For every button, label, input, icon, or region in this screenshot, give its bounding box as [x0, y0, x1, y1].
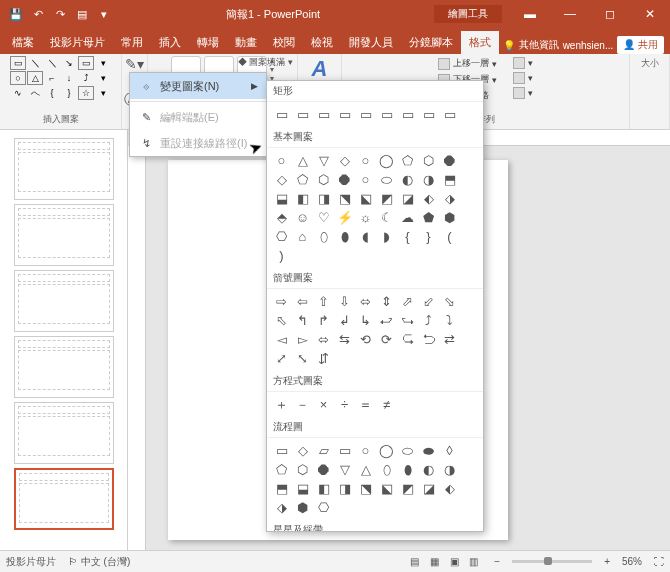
shape-option[interactable]: ◇ [334, 151, 355, 170]
share-button[interactable]: 👤 共用 [617, 36, 664, 54]
shape-option[interactable]: ○ [271, 151, 292, 170]
start-icon[interactable]: ▤ [72, 4, 92, 24]
shape-option[interactable]: ⤵ [439, 311, 460, 330]
shape-option[interactable]: ⬠ [397, 151, 418, 170]
shape-option[interactable]: ⌂ [292, 227, 313, 246]
shape-option[interactable]: ⬕ [376, 479, 397, 498]
tab-4[interactable]: 轉場 [189, 31, 227, 54]
notes-icon[interactable]: ▤ [406, 556, 423, 567]
shape-option[interactable]: ○ [355, 441, 376, 460]
shape-option[interactable]: ⬯ [313, 227, 334, 246]
shape-option[interactable]: ＝ [355, 395, 376, 414]
shape-option[interactable]: ◅ [271, 330, 292, 349]
shape-option[interactable]: ◊ [439, 441, 460, 460]
shape-option[interactable]: ⎔ [271, 227, 292, 246]
shape-option[interactable]: ⬘ [271, 208, 292, 227]
shape-option[interactable]: ♡ [313, 208, 334, 227]
shape-option[interactable]: ⬗ [439, 189, 460, 208]
shape-option[interactable]: ▭ [418, 105, 439, 124]
slide-thumb-1[interactable] [14, 138, 114, 200]
shape-fill-label[interactable]: 圖案填滿 [249, 57, 285, 67]
shape-option[interactable]: ▭ [439, 105, 460, 124]
shape-option[interactable]: ▭ [355, 105, 376, 124]
shape-option[interactable]: ○ [355, 170, 376, 189]
bring-forward[interactable]: 上移一層 ▾ [435, 56, 500, 71]
slide-thumb-4[interactable] [14, 336, 114, 398]
shape-option[interactable]: ⬓ [271, 189, 292, 208]
shape-option[interactable]: ☁ [397, 208, 418, 227]
status-lang[interactable]: 🏳 中文 (台灣) [68, 555, 130, 569]
shape-option[interactable]: ◇ [271, 170, 292, 189]
shape-option[interactable]: ◪ [397, 189, 418, 208]
shape-option[interactable]: ⇕ [376, 292, 397, 311]
shape-option[interactable]: ⬭ [376, 170, 397, 189]
tab-8[interactable]: 開發人員 [341, 31, 401, 54]
shape-option[interactable]: ⬮ [334, 227, 355, 246]
shape-option[interactable]: ≠ [376, 395, 397, 414]
shape-option[interactable]: ÷ [334, 395, 355, 414]
shape-option[interactable]: ⇆ [334, 330, 355, 349]
shape-option[interactable]: ＋ [271, 395, 292, 414]
shape-option[interactable]: ⬗ [271, 498, 292, 517]
shape-option[interactable]: ⬢ [292, 498, 313, 517]
shape-option[interactable]: ▭ [397, 105, 418, 124]
tab-2[interactable]: 常用 [113, 31, 151, 54]
shape-option[interactable]: ⚡ [334, 208, 355, 227]
shape-option[interactable]: ◐ [418, 460, 439, 479]
shape-option[interactable]: ⬁ [271, 311, 292, 330]
shape-option[interactable]: ▭ [376, 105, 397, 124]
shape-option[interactable]: ◩ [376, 189, 397, 208]
ribbon-options-icon[interactable]: ▬ [510, 0, 550, 28]
shape-option[interactable]: ⮌ [418, 330, 439, 349]
shape-option[interactable]: ☼ [355, 208, 376, 227]
shape-option[interactable]: ( [439, 227, 460, 246]
shape-option[interactable]: ⇩ [334, 292, 355, 311]
shape-option[interactable]: ⬯ [376, 460, 397, 479]
reading-view-icon[interactable]: ▥ [465, 556, 482, 567]
shape-option[interactable]: ◖ [355, 227, 376, 246]
undo-icon[interactable]: ↶ [28, 4, 48, 24]
shape-option[interactable]: ◧ [313, 479, 334, 498]
tab-0[interactable]: 檔案 [4, 31, 42, 54]
shape-option[interactable]: ⎔ [313, 498, 334, 517]
shape-option[interactable]: ◨ [313, 189, 334, 208]
qat-more-icon[interactable]: ▾ [94, 4, 114, 24]
tab-9[interactable]: 分鏡腳本 [401, 31, 461, 54]
contextual-tab[interactable]: 繪圖工具 [434, 5, 502, 23]
shape-option[interactable]: ◪ [418, 479, 439, 498]
shape-option[interactable]: ⇧ [313, 292, 334, 311]
shape-option[interactable]: ⬭ [397, 441, 418, 460]
shape-option[interactable]: ○ [355, 151, 376, 170]
save-icon[interactable]: 💾 [6, 4, 26, 24]
tab-3[interactable]: 插入 [151, 31, 189, 54]
shape-option[interactable]: ⬄ [313, 330, 334, 349]
shape-option[interactable]: － [292, 395, 313, 414]
shape-option[interactable]: ⬢ [439, 208, 460, 227]
shape-option[interactable]: ◗ [376, 227, 397, 246]
shape-option[interactable]: ⬒ [439, 170, 460, 189]
shape-option[interactable]: ⮐ [376, 311, 397, 330]
shape-option[interactable]: ▭ [292, 105, 313, 124]
shape-option[interactable]: ⬡ [313, 170, 334, 189]
shape-option[interactable]: ⇦ [292, 292, 313, 311]
shape-option[interactable]: ↲ [334, 311, 355, 330]
shape-option[interactable]: ⇨ [271, 292, 292, 311]
align-icon[interactable]: ▾ [510, 56, 536, 70]
shape-option[interactable]: ↱ [313, 311, 334, 330]
shape-option[interactable]: ⬖ [418, 189, 439, 208]
close-icon[interactable]: ✕ [630, 0, 670, 28]
shape-option[interactable]: ↳ [355, 311, 376, 330]
tab-1[interactable]: 投影片母片 [42, 31, 113, 54]
shape-option[interactable]: ⬂ [439, 292, 460, 311]
shape-option[interactable]: ⯃ [313, 460, 334, 479]
tab-5[interactable]: 動畫 [227, 31, 265, 54]
shape-option[interactable]: ◨ [334, 479, 355, 498]
tab-10[interactable]: 格式 [461, 31, 499, 54]
shape-option[interactable]: ⟲ [355, 330, 376, 349]
shape-option[interactable]: ☾ [376, 208, 397, 227]
maximize-icon[interactable]: ◻ [590, 0, 630, 28]
shape-option[interactable]: ↰ [292, 311, 313, 330]
change-shape-item[interactable]: ⟐ 變更圖案(N) ▶ [130, 73, 266, 99]
shape-option[interactable]: ⬠ [292, 170, 313, 189]
tellme-text[interactable]: 其他資訊 [519, 38, 559, 52]
